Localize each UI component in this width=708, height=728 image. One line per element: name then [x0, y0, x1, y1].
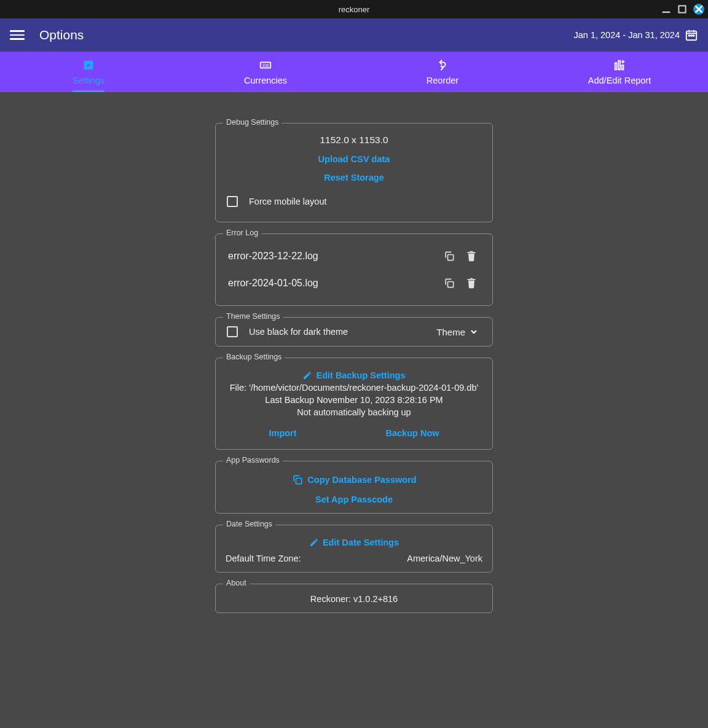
backup-settings-section: Backup Settings Edit Backup Settings Fil…: [215, 358, 493, 450]
error-log-filename: error-2024-01-05.log: [228, 278, 436, 289]
tab-label: Currencies: [244, 76, 287, 85]
add-report-tab-icon: [613, 58, 626, 72]
tab-reorder[interactable]: Reorder: [354, 52, 531, 92]
tab-bar: Settings 100 Currencies Reorder Add/Edit…: [0, 52, 708, 92]
use-black-label: Use black for dark theme: [249, 327, 348, 337]
theme-dropdown-label: Theme: [436, 327, 465, 337]
backup-now-button[interactable]: Backup Now: [386, 428, 439, 438]
titlebar: reckoner: [0, 0, 708, 18]
theme-settings-section: Theme Settings Use black for dark theme …: [215, 317, 493, 346]
section-legend: Date Settings: [223, 520, 275, 528]
section-legend: Debug Settings: [223, 118, 281, 127]
minimize-button[interactable]: [661, 4, 671, 14]
date-range-label[interactable]: Jan 1, 2024 - Jan 31, 2024: [573, 30, 680, 40]
page-title: Options: [39, 28, 84, 42]
backup-file-line: File: '/home/victor/Documents/reckoner-b…: [224, 383, 484, 393]
svg-rect-15: [618, 61, 620, 70]
error-log-row: error-2024-01-05.log: [224, 270, 484, 297]
trash-icon[interactable]: [463, 248, 480, 265]
tab-currencies[interactable]: 100 Currencies: [177, 52, 354, 92]
reset-storage-button[interactable]: Reset Storage: [324, 173, 384, 182]
menu-button[interactable]: [10, 28, 25, 42]
force-mobile-label: Force mobile layout: [249, 197, 327, 206]
edit-backup-button[interactable]: Edit Backup Settings: [302, 370, 405, 380]
version-text: Reckoner: v1.0.2+816: [224, 594, 484, 604]
edit-date-button[interactable]: Edit Date Settings: [309, 538, 399, 547]
section-legend: About: [223, 579, 250, 587]
copy-db-password-button[interactable]: Copy Database Password: [291, 474, 416, 486]
pencil-icon: [302, 370, 312, 380]
tab-label: Settings: [73, 76, 104, 85]
svg-rect-21: [470, 251, 473, 252]
currencies-tab-icon: 100: [259, 58, 272, 72]
backup-auto-line: Not automatically backing up: [224, 407, 484, 417]
error-log-row: error-2023-12-22.log: [224, 243, 484, 270]
svg-rect-14: [615, 63, 617, 69]
reorder-tab-icon: [436, 58, 449, 72]
upload-csv-button[interactable]: Upload CSV data: [318, 154, 390, 164]
timezone-label: Default Time Zone:: [226, 554, 301, 563]
svg-rect-24: [470, 278, 473, 280]
section-legend: Error Log: [223, 229, 261, 237]
tab-label: Add/Edit Report: [588, 76, 651, 85]
error-log-section: Error Log error-2023-12-22.log error-202…: [215, 233, 493, 306]
about-section: About Reckoner: v1.0.2+816: [215, 584, 493, 613]
svg-rect-20: [467, 252, 475, 253]
window-controls: [661, 4, 704, 15]
pencil-icon: [309, 538, 319, 547]
window-title: reckoner: [0, 5, 708, 14]
tab-settings[interactable]: Settings: [0, 52, 177, 92]
svg-point-9: [691, 35, 692, 36]
copy-icon[interactable]: [441, 275, 458, 292]
svg-rect-22: [448, 282, 454, 288]
trash-icon[interactable]: [463, 275, 480, 292]
backup-last-line: Last Backup November 10, 2023 8:28:16 PM: [224, 395, 484, 405]
error-log-filename: error-2023-12-22.log: [228, 251, 436, 262]
section-legend: App Passwords: [223, 456, 283, 464]
settings-tab-icon: [82, 58, 95, 72]
svg-point-10: [693, 35, 694, 36]
app-passwords-section: App Passwords Copy Database Password Set…: [215, 461, 493, 514]
section-legend: Backup Settings: [223, 353, 285, 361]
section-legend: Theme Settings: [223, 312, 283, 321]
svg-rect-19: [448, 255, 454, 260]
svg-rect-25: [296, 479, 302, 484]
svg-point-8: [688, 35, 690, 36]
main-content: Debug Settings 1152.0 x 1153.0 Upload CS…: [0, 92, 708, 728]
svg-rect-16: [622, 65, 624, 69]
svg-rect-1: [678, 6, 685, 12]
date-settings-section: Date Settings Edit Date Settings Default…: [215, 525, 493, 573]
use-black-checkbox[interactable]: [227, 326, 238, 337]
theme-dropdown[interactable]: Theme: [436, 327, 484, 337]
force-mobile-checkbox[interactable]: [227, 196, 238, 207]
dimensions-text: 1152.0 x 1153.0: [224, 135, 484, 146]
close-button[interactable]: [693, 4, 704, 15]
svg-text:100: 100: [262, 63, 269, 68]
set-passcode-button[interactable]: Set App Passcode: [315, 495, 393, 504]
chevron-down-icon: [469, 327, 479, 337]
maximize-button[interactable]: [677, 4, 687, 14]
copy-icon[interactable]: [441, 248, 458, 265]
debug-settings-section: Debug Settings 1152.0 x 1153.0 Upload CS…: [215, 123, 493, 222]
svg-rect-23: [467, 279, 475, 280]
app-header: Options Jan 1, 2024 - Jan 31, 2024: [0, 18, 708, 52]
timezone-value: America/New_York: [407, 554, 482, 563]
calendar-icon[interactable]: [685, 28, 698, 42]
copy-icon: [291, 474, 304, 486]
tab-label: Reorder: [427, 76, 458, 85]
import-button[interactable]: Import: [269, 428, 296, 438]
tab-add-edit-report[interactable]: Add/Edit Report: [531, 52, 708, 92]
